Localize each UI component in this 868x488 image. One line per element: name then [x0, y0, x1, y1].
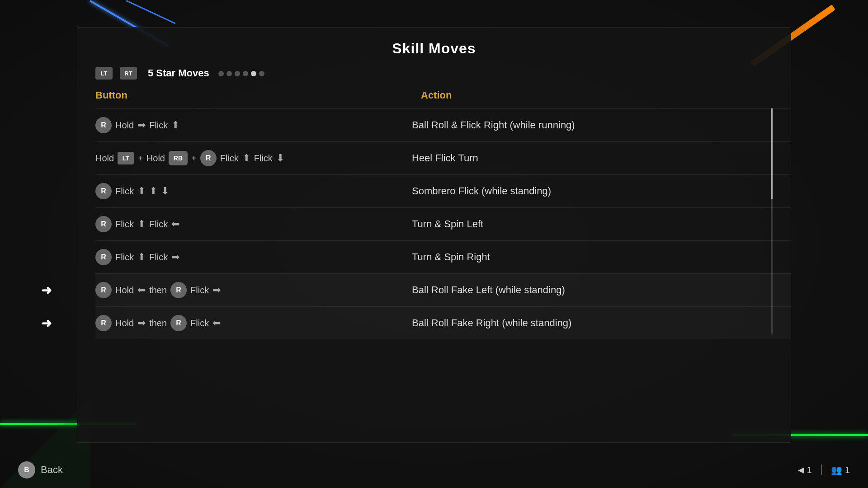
arrow-up-1: ⬆ [171, 119, 179, 131]
button-col: R Flick ⬆ Flick ⬅ [95, 216, 412, 232]
text-flick-4b: Flick [149, 219, 168, 230]
action-col: Sombrero Flick (while standing) [412, 185, 551, 197]
button-col: R Hold ⬅ then R Flick ➡ [95, 282, 412, 298]
action-col: Ball Roll & Flick Right (while running) [412, 119, 575, 131]
badge-r-5: R [95, 249, 112, 265]
list-item: R Flick ⬆ ⬆ ⬇ Sombrero Flick (while stan… [95, 174, 791, 207]
list-item: ➜ R Hold ⬅ then R Flick ➡ Ball Roll Fake… [95, 273, 791, 306]
dot-4 [243, 71, 248, 76]
badge-r-7: R [95, 315, 112, 331]
text-hold-1: Hold [115, 120, 134, 131]
page-indicator: ◀ 1 [798, 465, 812, 475]
people-icon: 👥 [831, 465, 842, 475]
badge-r: R [95, 117, 112, 133]
badge-r-2: R [200, 150, 217, 166]
arrow-right-1: ➡ [137, 119, 146, 131]
divider [821, 465, 822, 475]
text-hold-7: Hold [115, 318, 134, 328]
rt-button[interactable]: RT [120, 67, 137, 80]
dot-6 [259, 71, 264, 76]
text-hold-2b: Hold [146, 153, 165, 164]
badge-r-4: R [95, 216, 112, 232]
dot-1 [218, 71, 224, 76]
section-title: 5 Star Moves [148, 67, 209, 79]
arrow-up-3b: ⬆ [149, 185, 157, 197]
prev-page-icon[interactable]: ◀ [798, 465, 804, 475]
list-area: R Hold ➡ Flick ⬆ Ball Roll & Flick Right… [77, 108, 791, 339]
text-hold-2: Hold [95, 153, 114, 164]
lt-button[interactable]: LT [95, 67, 113, 80]
text-hold-6: Hold [115, 285, 134, 296]
badge-r-3: R [95, 183, 112, 199]
player-indicator: 👥 1 [831, 465, 850, 475]
text-flick-6: Flick [190, 285, 209, 296]
b-badge: B [18, 461, 35, 479]
dot-2 [226, 71, 232, 76]
back-button[interactable]: B Back [18, 461, 63, 479]
action-col: Ball Roll Fake Right (while standing) [412, 317, 571, 329]
text-then-7: then [149, 318, 167, 328]
nav-area: LT RT 5 Star Moves [77, 61, 791, 85]
action-col: Ball Roll Fake Left (while standing) [412, 284, 565, 296]
selection-arrow-6: ➜ [41, 283, 52, 298]
list-item: ➜ R Hold ➡ then R Flick ⬅ Ball Roll Fake… [95, 306, 791, 339]
badge-r-7b: R [170, 315, 187, 331]
plus-1: + [137, 153, 143, 164]
main-panel: Skill Moves LT RT 5 Star Moves Button Ac… [77, 27, 791, 443]
badge-r-6: R [95, 282, 112, 298]
arrow-left-6: ⬅ [137, 284, 146, 296]
text-flick-3: Flick [115, 186, 134, 197]
list-item: R Flick ⬆ Flick ➡ Turn & Spin Right [95, 240, 791, 273]
button-col: R Hold ➡ then R Flick ⬅ [95, 315, 412, 331]
text-flick-1: Flick [149, 120, 168, 131]
button-col: R Flick ⬆ Flick ➡ [95, 249, 412, 265]
arrow-right-5: ➡ [171, 251, 179, 263]
text-flick-5a: Flick [115, 252, 134, 263]
button-col: R Flick ⬆ ⬆ ⬇ [95, 183, 412, 199]
bottom-bar: B Back ◀ 1 👥 1 [0, 452, 868, 488]
arrow-up-2: ⬆ [242, 152, 250, 164]
back-label: Back [41, 464, 63, 476]
arrow-left-7: ⬅ [212, 317, 221, 329]
arrow-up-5: ⬆ [137, 251, 146, 263]
text-flick-7: Flick [190, 318, 209, 328]
action-col: Turn & Spin Left [412, 218, 483, 230]
column-headers: Button Action [77, 85, 791, 108]
plus-2: + [191, 153, 197, 164]
button-col: Hold LT + Hold RB + R Flick ⬆ Flick ⬇ [95, 150, 412, 166]
text-flick-2b: Flick [254, 153, 273, 164]
panel-title: Skill Moves [77, 28, 791, 61]
badge-rb: RB [169, 151, 188, 165]
text-flick-5b: Flick [149, 252, 168, 263]
arrow-down-3: ⬇ [161, 185, 169, 197]
column-button-header: Button [95, 89, 421, 101]
list-item: Hold LT + Hold RB + R Flick ⬆ Flick ⬇ He… [95, 141, 791, 174]
arrow-down-2: ⬇ [276, 152, 284, 164]
text-flick-2a: Flick [220, 153, 239, 164]
list-item: R Flick ⬆ Flick ⬅ Turn & Spin Left [95, 207, 791, 240]
dot-5 [251, 71, 256, 76]
list-item: R Hold ➡ Flick ⬆ Ball Roll & Flick Right… [95, 108, 791, 141]
badge-lt: LT [118, 152, 134, 164]
arrow-right-6: ➡ [212, 284, 221, 296]
player-number: 1 [845, 465, 850, 475]
page-number: 1 [807, 465, 812, 475]
arrow-right-7a: ➡ [137, 317, 146, 329]
bottom-right: ◀ 1 👥 1 [798, 465, 850, 475]
action-col: Turn & Spin Right [412, 251, 490, 263]
badge-r-6b: R [170, 282, 187, 298]
button-col: R Hold ➡ Flick ⬆ [95, 117, 412, 133]
text-flick-4a: Flick [115, 219, 134, 230]
scrollbar-thumb[interactable] [771, 108, 773, 199]
column-action-header: Action [421, 89, 452, 101]
page-dots [218, 71, 264, 76]
selection-arrow-7: ➜ [41, 316, 52, 331]
arrow-left-4: ⬅ [171, 218, 179, 230]
arrow-up-4: ⬆ [137, 218, 146, 230]
scrollbar[interactable] [771, 108, 773, 334]
action-col: Heel Flick Turn [412, 152, 478, 164]
text-then-6: then [149, 285, 167, 296]
dot-3 [235, 71, 240, 76]
arrow-up-3a: ⬆ [137, 185, 146, 197]
